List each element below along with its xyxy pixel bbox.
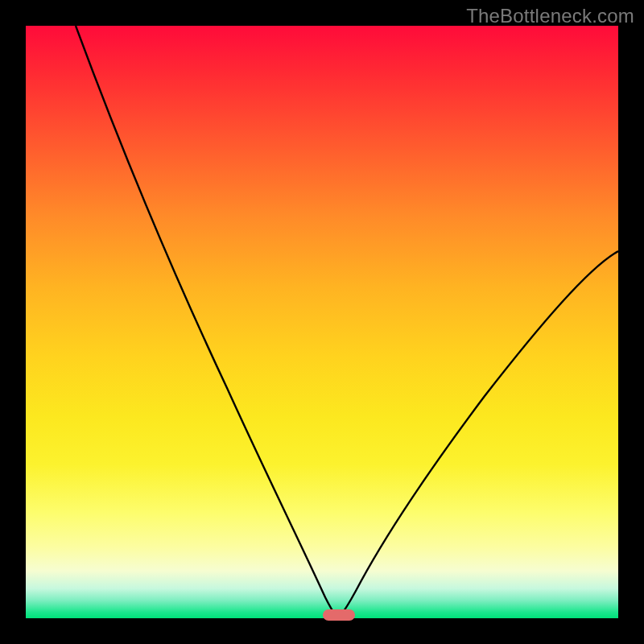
chart-frame: TheBottleneck.com <box>0 0 644 644</box>
optimal-marker <box>323 609 355 621</box>
watermark-text: TheBottleneck.com <box>466 5 634 27</box>
bottleneck-curve <box>26 26 618 618</box>
curve-path <box>76 26 618 618</box>
plot-area <box>26 26 618 618</box>
